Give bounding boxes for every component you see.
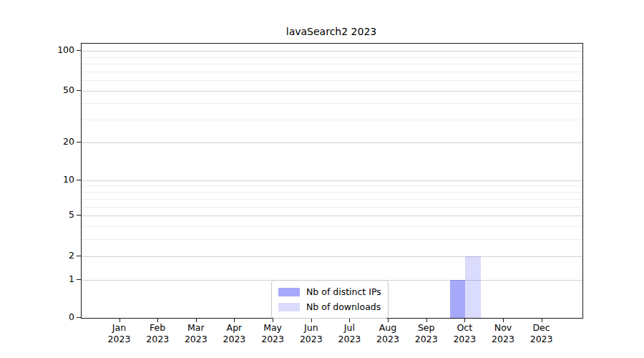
x-tick-label-nov: Nov2023 <box>492 322 514 344</box>
gridline-minor-70 <box>82 72 582 72</box>
y-tick-5 <box>77 215 81 216</box>
y-tick-label-20: 20 <box>0 137 74 147</box>
legend-item-downloads: Nb of downloads <box>278 301 381 313</box>
y-tick-label-1: 1 <box>0 274 74 284</box>
x-tick-label-apr: Apr2023 <box>223 322 245 344</box>
gridline-minor-80 <box>82 64 582 64</box>
gridline-minor-4 <box>82 226 582 227</box>
y-tick-100 <box>77 50 81 51</box>
x-tick-label-oct: Oct2023 <box>453 322 476 344</box>
y-tick-2 <box>77 256 81 256</box>
gridline-minor-3 <box>82 239 582 240</box>
gridline-minor-60 <box>82 80 582 81</box>
gridline-major-10 <box>82 180 582 181</box>
y-tick-20 <box>77 142 81 142</box>
gridline-minor-9 <box>82 185 582 186</box>
y-tick-0 <box>77 317 81 318</box>
legend-swatch-distinct-ips <box>278 288 300 296</box>
gridline-minor-7 <box>82 199 582 200</box>
legend-label-distinct-ips: Nb of distinct IPs <box>306 286 381 297</box>
gridline-minor-90 <box>82 57 582 58</box>
y-tick-label-50: 50 <box>0 85 74 95</box>
x-tick-label-feb: Feb2023 <box>146 322 169 344</box>
y-tick-10 <box>77 180 81 180</box>
x-tick-label-mar: Mar2023 <box>185 322 208 344</box>
x-tick-label-may: May2023 <box>261 322 284 344</box>
gridline-major-50 <box>82 91 582 92</box>
gridline-major-20 <box>82 142 582 143</box>
x-tick-label-jan: Jan2023 <box>108 322 131 344</box>
y-tick-label-2: 2 <box>0 251 74 261</box>
y-tick-50 <box>77 90 81 91</box>
legend-label-downloads: Nb of downloads <box>306 301 381 312</box>
gridline-minor-6 <box>82 207 582 208</box>
x-tick-label-sep: Sep2023 <box>415 322 438 344</box>
bar-nb-of-distinct-ips-oct <box>450 280 466 319</box>
gridline-major-5 <box>82 216 582 216</box>
y-tick-label-0: 0 <box>0 312 74 322</box>
bar-nb-of-downloads-oct <box>465 256 481 319</box>
gridline-minor-40 <box>82 103 582 104</box>
x-tick-label-dec: Dec2023 <box>530 322 553 344</box>
plot-area: Nb of distinct IPs Nb of downloads <box>81 43 583 319</box>
y-tick-label-100: 100 <box>0 45 74 55</box>
legend: Nb of distinct IPs Nb of downloads <box>271 280 389 319</box>
y-tick-label-10: 10 <box>0 175 74 185</box>
gridline-major-100 <box>82 51 582 52</box>
x-tick-label-aug: Aug2023 <box>376 322 399 344</box>
x-tick-label-jul: Jul2023 <box>338 322 361 344</box>
y-tick-1 <box>77 279 81 280</box>
chart-figure: lavaSearch2 2023 Nb of distinct IPs Nb o… <box>0 0 644 358</box>
gridline-major-2 <box>82 256 582 257</box>
legend-swatch-downloads <box>278 303 300 311</box>
y-tick-label-5: 5 <box>0 210 74 220</box>
legend-item-distinct-ips: Nb of distinct IPs <box>278 286 381 298</box>
x-tick-label-jun: Jun2023 <box>300 322 323 344</box>
gridline-minor-8 <box>82 192 582 193</box>
gridline-minor-30 <box>82 120 582 120</box>
chart-title: lavaSearch2 2023 <box>81 26 582 37</box>
